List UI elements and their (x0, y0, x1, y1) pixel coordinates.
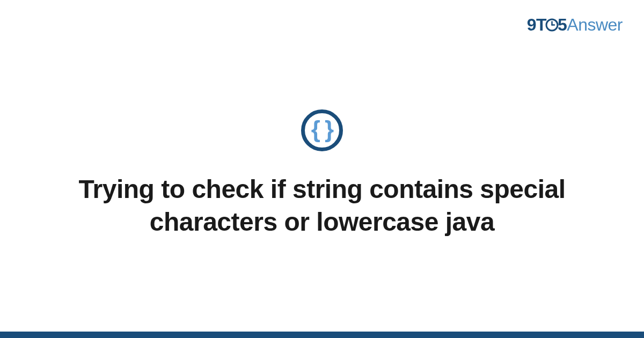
page-title: Trying to check if string contains speci… (59, 173, 585, 239)
braces-glyph: { } (311, 117, 333, 141)
bottom-bar (0, 332, 644, 338)
content-area: { } Trying to check if string contains s… (0, 0, 644, 332)
code-braces-icon: { } (301, 109, 343, 151)
